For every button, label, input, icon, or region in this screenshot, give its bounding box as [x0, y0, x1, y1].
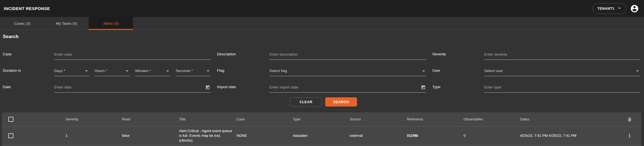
search-heading: Search [3, 34, 644, 43]
duration-hours-value: Hours * [95, 69, 107, 76]
dropdown-arrow-icon [207, 70, 209, 72]
calendar-icon[interactable] [421, 85, 426, 90]
app-header: INCIDENT RESPONSE TENANT1 [0, 0, 644, 17]
user-label: User [432, 68, 484, 76]
user-value: Select user [484, 69, 503, 76]
type-input[interactable] [484, 85, 640, 92]
cell-dates: 4/25/23, 7:41 PM 4/25/23, 7:41 PM [520, 133, 579, 138]
header-actions: TENANT1 [593, 3, 639, 14]
duration-minutes-value: Minutes * [135, 69, 151, 76]
alerts-table: Severity Read Title Case Type Source Ref… [2, 112, 641, 146]
tab-cases[interactable]: Cases (3) [0, 17, 44, 30]
dropdown-arrow-icon [636, 70, 639, 72]
column-header-dates: Dates [520, 117, 613, 121]
flag-label: Flag [217, 68, 269, 76]
dropdown-arrow-icon [85, 70, 88, 72]
severity-input[interactable] [484, 52, 640, 60]
date-input[interactable] [54, 85, 211, 92]
column-header-severity: Severity [66, 117, 122, 121]
column-header-title: Title [179, 117, 237, 121]
dropdown-arrow-icon [166, 70, 169, 72]
import-date-field [269, 81, 426, 93]
clear-button[interactable]: CLEAR [290, 97, 322, 107]
cell-reference: 011f9b [407, 133, 464, 138]
tenant-label: TENANT1 [597, 7, 614, 11]
column-header-type: Type [293, 117, 350, 121]
calendar-icon[interactable] [205, 85, 210, 90]
column-header-read: Read [122, 117, 179, 121]
search-button[interactable]: SEARCH [325, 97, 357, 107]
duration-days-select[interactable]: Days * [54, 65, 89, 76]
row-checkbox[interactable] [8, 133, 13, 138]
severity-label: Severity [432, 52, 484, 60]
import-date-input[interactable] [269, 85, 426, 92]
duration-selects: Days * Hours * Minutes * Seconds * [54, 65, 211, 76]
column-header-case: Case [237, 117, 293, 121]
user-avatar-icon[interactable] [630, 4, 639, 13]
description-input[interactable] [269, 52, 426, 60]
type-label: Type [432, 85, 484, 93]
tab-bar: Cases (3) My Tasks (0) Alerts (5) [0, 17, 644, 30]
more-vert-icon[interactable] [626, 132, 633, 139]
duration-hours-select[interactable]: Hours * [95, 65, 129, 76]
description-label: Description [217, 52, 269, 60]
dropdown-arrow-icon [126, 70, 129, 72]
tab-alerts[interactable]: Alerts (5) [89, 17, 133, 30]
page-title: INCIDENT RESPONSE [4, 6, 50, 11]
table-header-row: Severity Read Title Case Type Source Ref… [2, 112, 641, 126]
chevron-down-icon [617, 6, 622, 11]
column-header-reference: Reference [407, 117, 464, 121]
case-input[interactable] [54, 52, 211, 60]
duration-label: Duration in [3, 68, 54, 76]
table-row[interactable]: Alert Minor - Listened ports status (net… [2, 145, 641, 146]
cell-title: Alert Critical - Agent event queue is fu… [179, 128, 237, 143]
search-form-row-3: Date Import date Type [3, 76, 644, 93]
search-form-row-2: Duration in Days * Hours * Minutes * Sec… [3, 60, 644, 76]
search-panel: Search Case Description Severity Duratio… [0, 30, 644, 107]
duration-seconds-select[interactable]: Seconds * [176, 65, 211, 76]
table-row[interactable]: 1 false Alert Critical - Agent event que… [2, 126, 641, 145]
cell-severity: 1 [66, 133, 122, 138]
cell-case: NONE [237, 133, 293, 138]
search-actions: CLEAR SEARCH [3, 97, 644, 107]
date-label: Date [3, 85, 54, 93]
flag-value: Select flag [269, 69, 287, 76]
tab-my-tasks[interactable]: My Tasks (0) [44, 17, 89, 30]
import-date-label: Import date [217, 85, 269, 93]
delete-icon[interactable] [626, 116, 633, 123]
cell-observables: 0 [464, 133, 520, 138]
flag-select[interactable]: Select flag [269, 65, 426, 76]
user-select[interactable]: Select user [484, 65, 640, 76]
select-all-checkbox[interactable] [8, 117, 13, 122]
date-field [54, 81, 211, 93]
cell-read: false [122, 133, 179, 138]
cell-type: elastalert [293, 133, 350, 138]
dropdown-arrow-icon [422, 70, 425, 72]
type-field [484, 81, 640, 93]
duration-seconds-value: Seconds * [176, 69, 193, 76]
tenant-selector-button[interactable]: TENANT1 [593, 3, 626, 14]
search-form-row-1: Case Description Severity [3, 43, 644, 60]
severity-field [484, 49, 640, 60]
column-header-source: Source [350, 117, 407, 121]
description-field [269, 49, 426, 60]
column-header-observables: Observables [464, 117, 520, 121]
case-label: Case [3, 52, 54, 60]
case-field [54, 49, 211, 60]
cell-source: external [350, 133, 407, 138]
duration-days-value: Days * [54, 69, 65, 76]
duration-minutes-select[interactable]: Minutes * [135, 65, 170, 76]
